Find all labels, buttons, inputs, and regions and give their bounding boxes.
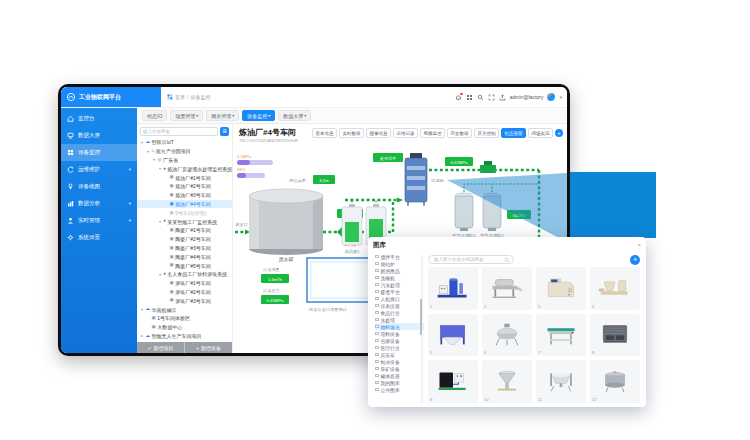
category-item[interactable]: 厨房用品 [375,267,424,274]
tab-scada-io[interactable]: 组态IO [142,110,167,121]
checkbox[interactable] [375,290,379,294]
tab-gateway-mgmt[interactable]: 网关管理▾ [206,110,239,121]
tab-data-bigscreen[interactable]: 数据大屏▾ [278,110,311,121]
checkbox[interactable] [375,374,379,378]
tree-node[interactable]: ▣炼油厂#1号车间 [137,173,232,182]
tree-node[interactable]: ▸☁智能无人生产车间项目 [137,332,232,341]
tree-node[interactable]: ▣炼油厂#3号车间 [137,191,232,200]
btn-alarm-info[interactable]: 报警信息 [366,128,391,138]
gallery-item[interactable]: 8 [590,314,640,357]
gallery-item[interactable]: 12 [590,360,640,403]
tree-search-input[interactable] [140,127,218,136]
tree-node[interactable]: ▣灌装厂#1号车间 [137,279,232,288]
checkbox[interactable] [375,318,379,322]
tree-node[interactable]: ▣陶瓷厂#3号车间 [137,244,232,253]
sidebar-item-maintenance[interactable]: 运维维护 ▾ [61,161,137,178]
btn-live-view[interactable]: 现场实况 [528,128,553,138]
btn-scada-view[interactable]: 组态画面 [501,128,526,138]
scrollbar-track[interactable] [421,255,424,403]
tree-node[interactable]: ▣1号车间体验区 [137,314,232,323]
category-item[interactable]: 搅拌平台 [375,253,424,260]
sidebar-item-device-map[interactable]: 设备地图 [61,178,137,195]
checkbox[interactable] [375,325,379,329]
category-item[interactable]: 人机接口 [375,295,424,302]
tree-node[interactable]: ▾☁华南机械云 [137,305,232,314]
gallery-item[interactable]: 7 [536,314,586,357]
checkbox[interactable] [375,283,379,287]
tree-node[interactable]: ▾♦某某智能工厂监控系统 [137,217,232,226]
gallery-item[interactable]: 10 [482,360,532,403]
category-item[interactable]: 我的图库 [375,379,424,386]
category-item[interactable]: 污水处理 [375,281,424,288]
category-item-selected[interactable]: 物料输送 [375,323,424,330]
checkbox[interactable] [375,311,379,315]
tree-node[interactable]: ▣陶瓷厂#1号车间 [137,226,232,235]
checkbox[interactable] [375,388,379,392]
category-item[interactable]: 医疗行业 [375,344,424,351]
tree-node[interactable]: ▣陶瓷厂#4号车间 [137,252,232,261]
gallery-item[interactable]: 3 [536,267,586,310]
btn-video-monitor[interactable]: 视频监控 [420,128,445,138]
gallery-item[interactable]: 4 [590,267,640,310]
checkbox[interactable] [375,255,379,259]
gallery-search-input[interactable] [432,256,502,263]
tree-expand-button[interactable]: ⊞ [220,127,229,136]
tree-node-selected[interactable]: ▣炼油厂#4号车间 [137,200,232,209]
category-item[interactable]: 公共图库 [375,386,424,393]
gallery-item[interactable]: 9 [428,360,478,403]
sidebar-item-device-monitor[interactable]: 设备监控 [61,144,137,161]
category-item[interactable]: 食品行业 [375,309,424,316]
category-item[interactable]: 洗碗机 [375,274,424,281]
user-email[interactable]: admin@factory [510,94,544,100]
checkbox[interactable] [375,367,379,371]
gallery-item[interactable]: 11 [536,360,586,403]
sidebar-item-console[interactable]: 监控台 [61,110,137,127]
close-icon[interactable]: × [637,242,641,248]
category-item[interactable]: 烧结炉 [375,260,424,267]
category-item[interactable]: 仪表仪器 [375,302,424,309]
checkbox[interactable] [375,297,379,301]
tree-node[interactable]: ▣灌装厂#2号车间 [137,288,232,297]
checkbox[interactable] [375,332,379,336]
tree-node-disabled[interactable]: ▣5号车间(停用) [137,208,232,217]
checkbox[interactable] [375,304,379,308]
apps-grid-icon[interactable] [466,94,473,101]
tree-node[interactable]: ▾♦炼油厂反渗透水处理监控系统 [137,164,232,173]
category-item[interactable]: 暖通平台 [375,288,424,295]
tree-node[interactable]: ▣陶瓷厂#5号车间 [137,261,232,270]
category-item[interactable]: 水处理 [375,316,424,323]
checkbox[interactable] [375,381,379,385]
scrollbar-thumb[interactable] [420,299,423,335]
sidebar-item-settings[interactable]: 系统设置 [61,229,137,246]
btn-switch-control[interactable]: 开关控制 [474,128,499,138]
category-item[interactable]: 采矿设备 [375,365,424,372]
checkbox[interactable] [375,262,379,266]
notification-bell-icon[interactable] [455,94,462,101]
gallery-item[interactable]: 1 [428,267,478,310]
btn-basic-info[interactable]: 基本信息 [312,128,337,138]
user-menu-caret-icon[interactable]: ▾ [559,94,562,100]
tree-node[interactable]: ▣灌装厂#3号车间 [137,296,232,305]
add-round-button[interactable]: + [555,129,563,137]
tree-node[interactable]: ▣陶瓷厂#2号车间 [137,235,232,244]
category-item[interactable]: 反应釜 [375,351,424,358]
checkbox[interactable] [375,353,379,357]
tree-node[interactable]: ▣大数据中心 [137,323,232,332]
tree-node[interactable]: ▾⌂南方产业园项目 [137,147,232,156]
add-project-button[interactable]: ✓新增项目 [137,342,184,353]
category-item[interactable]: 制冷设备 [375,358,424,365]
category-item[interactable]: 包装设备 [375,337,424,344]
sidebar-item-realtime-mgmt[interactable]: 实时管理 ▾ [61,212,137,229]
btn-realtime-data[interactable]: 实时数据 [339,128,364,138]
checkbox[interactable] [375,346,379,350]
tree-node[interactable]: ▾☁智联云IoT [137,138,232,147]
gallery-item[interactable]: 5 [428,314,478,357]
btn-ops-record[interactable]: 运维记录 [393,128,418,138]
tab-device-monitor[interactable]: 设备监控▾ [242,110,275,121]
category-item[interactable]: 罐体容器 [375,372,424,379]
search-icon[interactable] [477,94,484,101]
sidebar-item-bigscreen[interactable]: 数据大屏 [61,127,137,144]
avatar[interactable] [547,93,555,101]
gallery-add-button[interactable]: + [630,255,640,265]
btn-history-data[interactable]: 历史数据 [447,128,472,138]
